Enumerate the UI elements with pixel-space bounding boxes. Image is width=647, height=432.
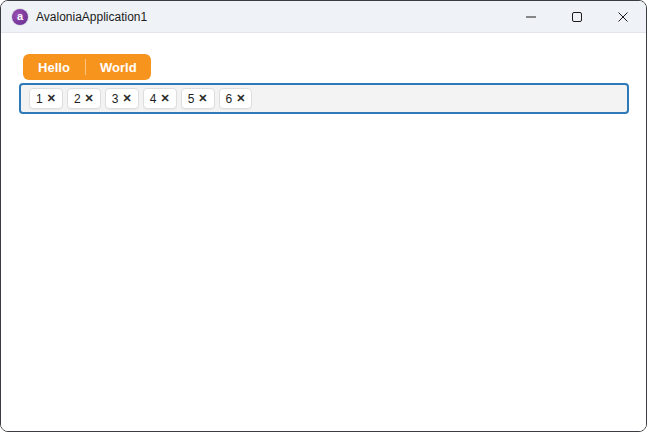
tag-chip-6[interactable]: 6 ✕ <box>219 88 253 109</box>
tag-chip-label: 4 <box>150 93 157 105</box>
remove-icon[interactable]: ✕ <box>198 93 207 104</box>
window-title: AvaloniaApplication1 <box>36 10 147 24</box>
titlebar: a AvaloniaApplication1 <box>1 1 646 33</box>
tag-chip-label: 5 <box>188 93 195 105</box>
window-content: Hello World 1 ✕ 2 ✕ 3 ✕ 4 ✕ 5 <box>1 33 646 431</box>
tag-chip-1[interactable]: 1 ✕ <box>29 88 63 109</box>
remove-icon[interactable]: ✕ <box>236 93 245 104</box>
minimize-icon <box>525 11 537 23</box>
tag-chip-label: 6 <box>226 93 233 105</box>
minimize-button[interactable] <box>508 1 554 33</box>
maximize-icon <box>571 11 583 23</box>
remove-icon[interactable]: ✕ <box>85 93 94 104</box>
remove-icon[interactable]: ✕ <box>160 93 169 104</box>
tag-chip-label: 1 <box>36 93 43 105</box>
remove-icon[interactable]: ✕ <box>47 93 56 104</box>
tab-world[interactable]: World <box>86 54 151 80</box>
avalonia-logo-glyph: a <box>17 10 23 22</box>
avalonia-logo-icon: a <box>12 9 28 25</box>
remove-icon[interactable]: ✕ <box>123 93 132 104</box>
close-icon <box>617 11 629 23</box>
close-button[interactable] <box>600 1 646 33</box>
tag-chip-label: 3 <box>112 93 119 105</box>
window-controls <box>508 1 646 32</box>
app-window: a AvaloniaApplication1 <box>0 0 647 432</box>
tag-chip-label: 2 <box>74 93 81 105</box>
tag-chip-5[interactable]: 5 ✕ <box>181 88 215 109</box>
tab-strip: Hello World <box>23 54 151 80</box>
tab-hello[interactable]: Hello <box>23 54 85 80</box>
tag-chip-3[interactable]: 3 ✕ <box>105 88 139 109</box>
tag-chip-2[interactable]: 2 ✕ <box>67 88 101 109</box>
tag-chip-4[interactable]: 4 ✕ <box>143 88 177 109</box>
tagbox-input[interactable]: 1 ✕ 2 ✕ 3 ✕ 4 ✕ 5 ✕ 6 ✕ <box>19 83 629 114</box>
maximize-button[interactable] <box>554 1 600 33</box>
